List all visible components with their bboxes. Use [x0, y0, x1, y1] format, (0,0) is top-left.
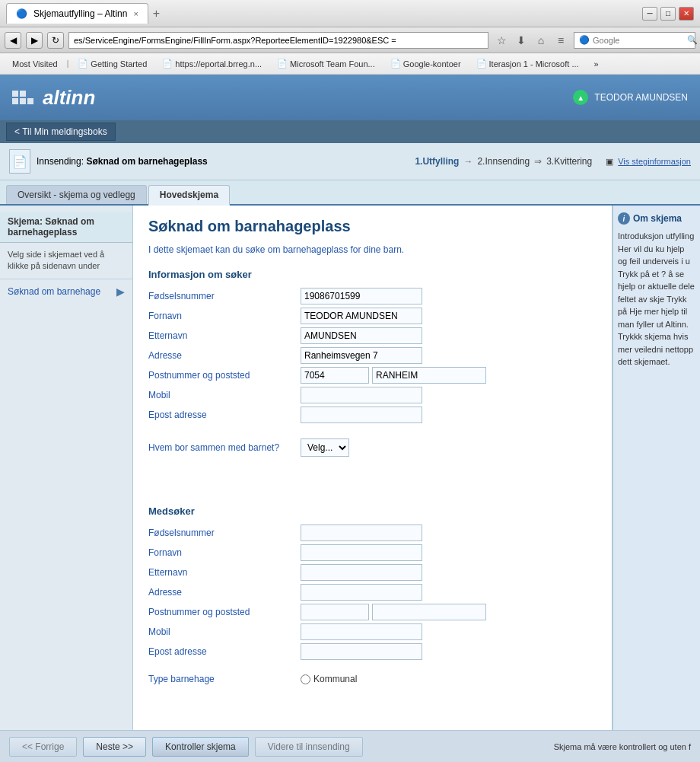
bookmark-most-visited[interactable]: Most Visited — [6, 58, 64, 70]
ms-fornavn-row: Fornavn — [148, 544, 597, 561]
browser-addressbar: ◀ ▶ ↻ ☆ ⬇ ⌂ ≡ 🔵 🔍 — [0, 27, 700, 53]
refresh-button[interactable]: ↻ — [47, 32, 64, 49]
ms-postnummer-label: Postnummer og poststed — [148, 604, 301, 620]
address-input[interactable] — [68, 32, 488, 49]
type-barnehage-row: Type barnehage Kommunal — [148, 671, 597, 687]
mobil-input[interactable] — [301, 387, 422, 403]
right-panel-title-text: Om skjema — [633, 212, 682, 225]
next-button[interactable]: Neste >> — [83, 737, 146, 757]
bk-icon: 📄 — [162, 59, 173, 69]
step2-label: 2.Innsending — [477, 156, 530, 167]
adresse-input[interactable] — [301, 347, 422, 364]
bk-icon: 📄 — [277, 59, 288, 69]
ms-fornavn-input[interactable] — [301, 544, 422, 561]
bk-icon: 📄 — [78, 59, 88, 69]
section-medsøker-title: Medsøker — [148, 505, 597, 517]
back-to-inbox-link[interactable]: < Til Min meldingsboks — [6, 123, 116, 141]
sidebar-arrow-icon: ▶ — [116, 285, 125, 298]
star-icon[interactable]: ☆ — [493, 32, 510, 49]
sidebar-item-soknad[interactable]: Søknad om barnehage ▶ — [0, 279, 132, 304]
bk-label: https://eportal.brreg.n... — [175, 59, 262, 69]
postal-row — [301, 367, 486, 384]
step1-arrow: → — [463, 156, 473, 167]
forward-button[interactable]: ▶ — [26, 32, 43, 49]
fodselsnummer-input[interactable] — [301, 288, 422, 304]
kontroller-button[interactable]: Kontroller skjema — [152, 737, 249, 757]
spacer2 — [148, 475, 597, 490]
postnummer-input[interactable] — [301, 367, 369, 384]
ms-postnummer-row: Postnummer og poststed — [148, 604, 597, 620]
spacer1 — [148, 460, 597, 475]
tab-favicon: 🔵 — [16, 8, 27, 19]
fodselsnummer-row: Fødselsnummer — [148, 288, 597, 304]
bk-icon: 📄 — [390, 59, 401, 69]
adresse-label: Adresse — [148, 347, 301, 364]
ms-adresse-label: Adresse — [148, 584, 301, 601]
vis-steginformasjon-link[interactable]: Vis steginformasjon — [618, 157, 691, 166]
bookmark-getting-started[interactable]: 📄 Getting Started — [72, 57, 153, 70]
ms-fornavn-label: Fornavn — [148, 544, 301, 561]
bookmark-eportal[interactable]: 📄 https://eportal.brreg.n... — [156, 57, 268, 70]
mobil-row: Mobil — [148, 387, 597, 403]
ms-postnummer-input[interactable] — [301, 604, 369, 620]
type-barnehage-options: Kommunal — [301, 674, 357, 684]
right-panel-text: Introduksjon utfylling Her vil du ku hje… — [618, 230, 695, 368]
hvem-bor-select[interactable]: Velg... — [301, 438, 349, 457]
status-text: Skjema må være kontrollert og uten f — [554, 742, 691, 751]
videre-button[interactable]: Videre til innsending — [255, 737, 363, 757]
browser-tab[interactable]: 🔵 Skjemautfylling – Altinn × — [6, 3, 148, 24]
bk-icon: 📄 — [476, 59, 487, 69]
home-icon[interactable]: ⌂ — [533, 32, 549, 49]
new-tab-button[interactable]: + — [153, 7, 160, 21]
etternavn-input[interactable] — [301, 327, 422, 344]
schema-label: Skjema: Søknad om barnehageplass — [0, 212, 132, 243]
download-icon[interactable]: ⬇ — [513, 32, 530, 49]
hvem-row: Hvem bor sammen med barnet? Velg... — [148, 438, 597, 457]
tab-oversikt[interactable]: Oversikt - skjema og vedlegg — [6, 185, 147, 204]
back-button[interactable]: ◀ — [5, 32, 21, 49]
menu-icon[interactable]: ≡ — [552, 32, 569, 49]
prev-button[interactable]: << Forrige — [9, 737, 77, 757]
ms-mobil-input[interactable] — [301, 623, 422, 640]
postnummer-label: Postnummer og poststed — [148, 367, 301, 384]
search-input[interactable] — [593, 36, 684, 45]
bookmark-separator: | — [67, 59, 69, 68]
bookmark-ms-team[interactable]: 📄 Microsoft Team Foun... — [271, 57, 381, 70]
close-button[interactable]: ✕ — [679, 7, 694, 21]
epost-label: Epost adresse — [148, 407, 301, 423]
epost-row: Epost adresse — [148, 407, 597, 423]
epost-input[interactable] — [301, 407, 422, 423]
kommunal-radio[interactable] — [301, 674, 310, 684]
tab-close-button[interactable]: × — [133, 9, 138, 18]
ms-fodselsnummer-input[interactable] — [301, 524, 422, 541]
hvem-select-wrapper: Velg... — [301, 438, 597, 457]
search-provider-icon: 🔵 — [579, 35, 590, 45]
search-icon[interactable]: 🔍 — [687, 35, 698, 45]
minimize-button[interactable]: ─ — [642, 7, 657, 21]
fornavn-row: Fornavn — [148, 308, 597, 324]
tab-hovedskjema[interactable]: Hovedskjema — [148, 185, 230, 206]
ms-adresse-input[interactable] — [301, 584, 422, 601]
altinn-logo: altinn — [12, 86, 95, 110]
sidebar-nav-desc: Velg side i skjemaet ved å klikke på sid… — [0, 243, 132, 279]
nav-bar: < Til Min meldingsboks — [0, 120, 700, 143]
bookmark-google-konto[interactable]: 📄 Google-kontoer — [384, 57, 467, 70]
ms-etternavn-input[interactable] — [301, 564, 422, 581]
bk-label: Microsoft Team Foun... — [290, 59, 375, 69]
fornavn-input[interactable] — [301, 308, 422, 324]
bookmark-more[interactable]: » — [588, 58, 605, 70]
poststed-input[interactable] — [372, 367, 486, 384]
step3-label: 3.Kvittering — [546, 156, 592, 167]
main-area: Skjema: Søknad om barnehageplass Velg si… — [0, 206, 700, 762]
submission-header: 📄 Innsending: Søknad om barnehageplass 1… — [0, 143, 700, 180]
kommunal-radio-label[interactable]: Kommunal — [301, 674, 357, 684]
maximize-button[interactable]: □ — [660, 7, 676, 21]
adresse-row: Adresse — [148, 347, 597, 364]
ms-epost-input[interactable] — [301, 643, 422, 660]
ms-postal-row — [301, 604, 486, 620]
ms-poststed-input[interactable] — [372, 604, 486, 620]
ms-mobil-row: Mobil — [148, 623, 597, 640]
bookmark-iterasjon[interactable]: 📄 Iterasjon 1 - Microsoft ... — [470, 57, 585, 70]
search-box[interactable]: 🔵 🔍 — [574, 32, 695, 49]
ms-etternavn-row: Etternavn — [148, 564, 597, 581]
